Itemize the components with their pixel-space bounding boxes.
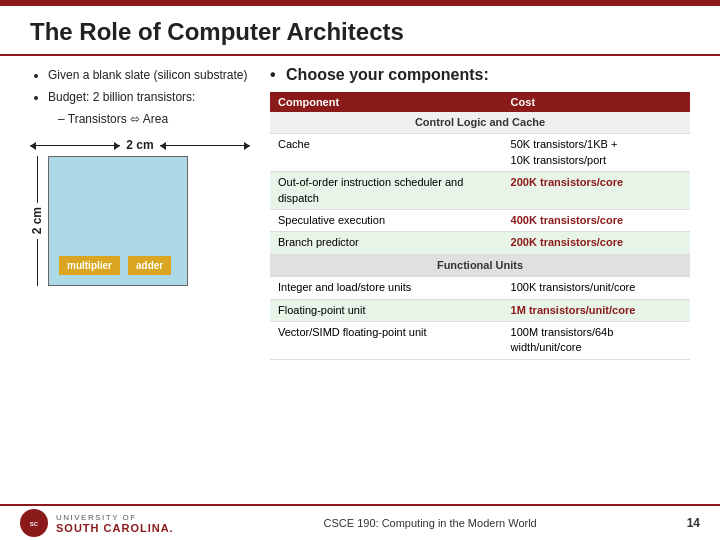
components-table: Component Cost Control Logic and Cache C… [270,92,690,360]
top-arrow2 [160,145,250,146]
row6-component: Floating-point unit [270,299,503,321]
footer-university-text: UNIVERSITY OF SOUTH CAROLINA. [56,513,174,534]
footer-course-text: CSCE 190: Computing in the Modern World [174,517,687,529]
side-line-top [37,156,38,203]
table-row: Cache 50K transistors/1KB +10K transisto… [270,134,690,172]
right-column: • Choose your components: Component Cost… [270,66,690,360]
chip-multiplier: multiplier [59,256,120,275]
top-dimension-label: 2 cm [30,138,250,152]
row1-component: Cache [270,134,503,172]
row5-cost: 100K transistors/unit/core [503,277,690,299]
bullet-list: Given a blank slate (silicon substrate) … [30,66,250,128]
bullet-1: Given a blank slate (silicon substrate) [48,66,250,84]
chip-box: multiplier adder [48,156,188,286]
table-row: Floating-point unit 1M transistors/unit/… [270,299,690,321]
row2-cost: 200K transistors/core [503,172,690,210]
row6-cost: 1M transistors/unit/core [503,299,690,321]
choose-bullet-dot: • [270,66,276,83]
sub-bullet-transistors: Transistors ⬄ Area [58,110,250,128]
section1-header-row: Control Logic and Cache [270,112,690,134]
table-header-row: Component Cost [270,92,690,112]
left-column: Given a blank slate (silicon substrate) … [30,66,250,360]
university-label: UNIVERSITY OF [56,513,174,522]
row4-cost: 200K transistors/core [503,232,690,254]
chip-adder: adder [128,256,171,275]
logo-icon: SC [20,509,48,537]
row4-component: Branch predictor [270,232,503,254]
side-line-bottom [37,239,38,286]
col-header-cost: Cost [503,92,690,112]
top-arrow [30,145,120,146]
header: The Role of Computer Architects [0,6,720,56]
footer-page-number: 14 [687,516,700,530]
section2-header-cell: Functional Units [270,254,690,276]
slide: The Role of Computer Architects Given a … [0,0,720,540]
col-header-component: Component [270,92,503,112]
choose-header: • Choose your components: [270,66,690,84]
row1-cost: 50K transistors/1KB +10K transistors/por… [503,134,690,172]
section2-header-row: Functional Units [270,254,690,276]
table-row: Vector/SIMD floating-point unit 100M tra… [270,321,690,359]
choose-label: Choose your components: [286,66,489,83]
row5-component: Integer and load/store units [270,277,503,299]
svg-text:SC: SC [30,521,39,527]
row7-cost: 100M transistors/64b width/unit/core [503,321,690,359]
table-row: Branch predictor 200K transistors/core [270,232,690,254]
footer: SC UNIVERSITY OF SOUTH CAROLINA. CSCE 19… [0,504,720,540]
carolina-logo-svg: SC [25,514,43,532]
table-row: Out-of-order instruction scheduler and d… [270,172,690,210]
table-row: Speculative execution 400K transistors/c… [270,209,690,231]
footer-logo: SC UNIVERSITY OF SOUTH CAROLINA. [20,509,174,537]
school-label: SOUTH CAROLINA. [56,522,174,534]
table-row: Integer and load/store units 100K transi… [270,277,690,299]
section1-header-cell: Control Logic and Cache [270,112,690,134]
side-cm-text: 2 cm [30,203,44,238]
top-cm-text: 2 cm [120,138,159,152]
row3-cost: 400K transistors/core [503,209,690,231]
chip-diagram: 2 cm 2 cm multiplier adder [30,138,250,286]
row7-component: Vector/SIMD floating-point unit [270,321,503,359]
row3-component: Speculative execution [270,209,503,231]
chip-components: multiplier adder [59,256,171,275]
bullet-2: Budget: 2 billion transistors: [48,88,250,106]
row2-component: Out-of-order instruction scheduler and d… [270,172,503,210]
slide-title: The Role of Computer Architects [30,18,690,46]
side-dimension: 2 cm [30,156,44,286]
content-area: Given a blank slate (silicon substrate) … [0,56,720,370]
chip-wrapper: 2 cm multiplier adder [30,156,250,286]
